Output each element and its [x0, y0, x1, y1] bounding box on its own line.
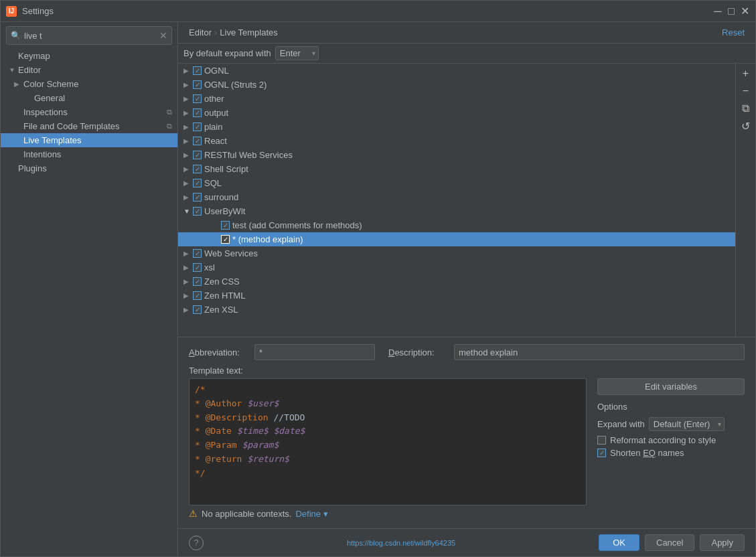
- list-item[interactable]: ▶ ✓ other: [178, 92, 735, 106]
- template-checkbox[interactable]: ✓: [221, 235, 230, 244]
- cancel-button[interactable]: Cancel: [645, 534, 694, 551]
- code-line-4: * @Date $time$ $date$: [195, 424, 581, 439]
- expand-arrow-icon: ▶: [183, 109, 190, 116]
- group-label: Zen CSS: [204, 276, 240, 287]
- expand-arrow-icon: ▶: [183, 151, 190, 159]
- sidebar-item-intentions[interactable]: Intentions: [1, 147, 177, 161]
- options-title: Options: [597, 402, 745, 412]
- group-checkbox[interactable]: ✓: [193, 80, 202, 89]
- title-bar: IJ Settings ─ □ ✕: [1, 1, 755, 22]
- group-label: SQL: [204, 178, 222, 188]
- expand-arrow-icon: ▼: [183, 208, 190, 215]
- code-line-5: * @Param $param$: [195, 439, 581, 453]
- template-label: * (method explain): [232, 234, 303, 244]
- reset-button[interactable]: Reset: [722, 27, 745, 37]
- list-item[interactable]: ▼ ✓ UserByWlt: [178, 204, 735, 218]
- list-item[interactable]: ▶ ✓ xsl: [178, 260, 735, 274]
- reformat-checkbox[interactable]: [597, 436, 606, 445]
- code-line-2: * @Author $user$: [195, 397, 581, 411]
- group-checkbox[interactable]: ✓: [193, 108, 202, 117]
- sidebar-item-label: File and Code Templates: [23, 121, 164, 131]
- list-item[interactable]: ▶ ✓ Web Services: [178, 246, 735, 260]
- group-checkbox[interactable]: ✓: [193, 277, 202, 286]
- apply-button[interactable]: Apply: [700, 534, 745, 551]
- list-item[interactable]: ▶ ✓ React: [178, 134, 735, 148]
- sidebar-item-label: General: [34, 93, 172, 103]
- expand-with-select[interactable]: Enter Tab Space: [275, 46, 319, 60]
- add-button[interactable]: +: [739, 66, 753, 81]
- group-checkbox[interactable]: ✓: [193, 263, 202, 272]
- sidebar-item-color-scheme[interactable]: ▶ Color Scheme: [1, 77, 177, 91]
- copy-button[interactable]: ⧉: [739, 101, 753, 116]
- list-item[interactable]: ▶ ✓ OGNL (Struts 2): [178, 78, 735, 92]
- group-checkbox[interactable]: ✓: [193, 207, 202, 216]
- expand-with-label: By default expand with: [183, 48, 271, 58]
- group-checkbox[interactable]: ✓: [193, 179, 202, 187]
- list-item[interactable]: ▶ ✓ Zen XSL: [178, 303, 735, 317]
- list-item[interactable]: ▶ ✓ Zen CSS: [178, 274, 735, 289]
- options-panel: Edit variables Options Expand with Defau…: [597, 378, 745, 461]
- group-label: Zen HTML: [204, 291, 245, 301]
- list-item[interactable]: ▶ ✓ surround: [178, 190, 735, 204]
- shorten-fq-checkbox[interactable]: ✓: [597, 449, 606, 457]
- panel-header: Editor › Live Templates Reset: [178, 22, 755, 44]
- abbreviation-input[interactable]: [254, 344, 375, 360]
- list-item-selected[interactable]: ✓ * (method explain): [178, 232, 735, 246]
- maximize-button[interactable]: □: [726, 6, 737, 17]
- group-checkbox[interactable]: ✓: [193, 123, 202, 131]
- sidebar-item-plugins[interactable]: Plugins: [1, 161, 177, 175]
- help-button[interactable]: ?: [189, 536, 204, 550]
- list-item[interactable]: ▶ ✓ RESTful Web Services: [178, 148, 735, 162]
- search-box: 🔍 ✕: [6, 26, 172, 45]
- list-item[interactable]: ▶ ✓ Shell Script: [178, 162, 735, 176]
- group-checkbox[interactable]: ✓: [193, 94, 202, 103]
- expand-arrow-icon: ▶: [183, 179, 190, 187]
- group-label: output: [204, 108, 228, 118]
- group-checkbox[interactable]: ✓: [193, 305, 202, 314]
- group-checkbox[interactable]: ✓: [193, 249, 202, 258]
- group-checkbox[interactable]: ✓: [193, 66, 202, 75]
- sidebar-item-editor[interactable]: ▼ Editor: [1, 63, 177, 77]
- list-item[interactable]: ✓ test (add Comments for methods): [178, 218, 735, 232]
- group-checkbox[interactable]: ✓: [193, 193, 202, 202]
- group-checkbox[interactable]: ✓: [193, 165, 202, 173]
- sidebar-item-inspections[interactable]: Inspections ⧉: [1, 105, 177, 119]
- group-checkbox[interactable]: ✓: [193, 291, 202, 300]
- group-label: Zen XSL: [204, 305, 238, 315]
- reset-default-button[interactable]: ↺: [739, 118, 753, 133]
- list-item[interactable]: ▶ ✓ SQL: [178, 176, 735, 190]
- edit-variables-button[interactable]: Edit variables: [597, 378, 745, 395]
- minimize-button[interactable]: ─: [712, 6, 723, 17]
- list-item[interactable]: ▶ ✓ output: [178, 106, 735, 120]
- expand-arrow-icon: ▶: [183, 123, 190, 131]
- search-input[interactable]: [24, 31, 159, 41]
- expand-arrow-icon: ▶: [183, 292, 190, 299]
- list-item[interactable]: ▶ ✓ OGNL: [178, 64, 735, 78]
- ok-button[interactable]: OK: [599, 534, 639, 551]
- template-checkbox[interactable]: ✓: [221, 221, 230, 230]
- sidebar-item-live-templates[interactable]: Live Templates: [1, 133, 177, 147]
- reformat-row: Reformat according to style: [597, 435, 745, 445]
- expand-with-option-select[interactable]: Default (Enter) Tab Space Enter: [649, 417, 725, 431]
- title-bar-buttons: ─ □ ✕: [712, 6, 750, 17]
- group-checkbox[interactable]: ✓: [193, 137, 202, 145]
- define-link[interactable]: Define ▾: [295, 509, 327, 519]
- list-item[interactable]: ▶ ✓ plain: [178, 120, 735, 134]
- sidebar-item-file-code-templates[interactable]: File and Code Templates ⧉: [1, 119, 177, 133]
- group-label: Shell Script: [204, 164, 248, 174]
- search-clear-icon[interactable]: ✕: [159, 30, 167, 41]
- sidebar-item-keymap[interactable]: Keymap: [1, 49, 177, 63]
- remove-button[interactable]: −: [739, 84, 753, 98]
- sidebar-item-label: Keymap: [18, 51, 172, 61]
- sidebar: 🔍 ✕ Keymap ▼ Editor ▶ Color Scheme: [1, 22, 178, 556]
- code-line-6: * @return $return$: [195, 453, 581, 467]
- sidebar-item-general[interactable]: General: [1, 91, 177, 105]
- close-button[interactable]: ✕: [739, 6, 750, 17]
- group-checkbox[interactable]: ✓: [193, 151, 202, 159]
- sidebar-item-label: Live Templates: [23, 135, 172, 145]
- description-input[interactable]: [454, 344, 745, 360]
- list-item[interactable]: ▶ ✓ Zen HTML: [178, 289, 735, 303]
- app-icon: IJ: [6, 6, 17, 17]
- expand-with-option-row: Expand with Default (Enter) Tab Space En…: [597, 417, 745, 431]
- breadcrumb: Editor › Live Templates: [189, 27, 278, 37]
